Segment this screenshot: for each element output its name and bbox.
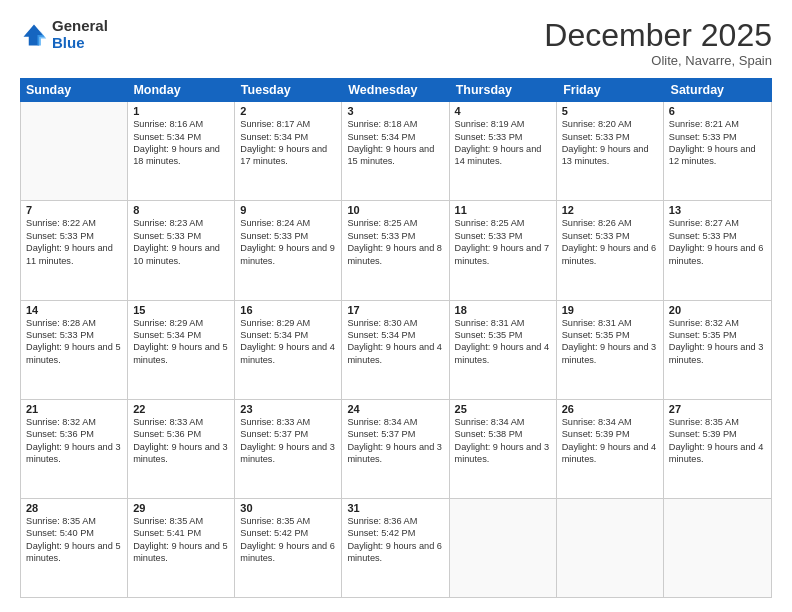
sunset-text: Sunset: 5:34 PM [133,131,229,143]
daylight-text: Daylight: 9 hours and 6 minutes. [669,242,766,267]
daylight-text: Daylight: 9 hours and 5 minutes. [26,540,122,565]
header-monday: Monday [127,78,234,102]
daylight-text: Daylight: 9 hours and 7 minutes. [455,242,551,267]
day-number: 7 [26,204,122,216]
header: General Blue December 2025 Olite, Navarr… [20,18,772,68]
calendar-cell-r4c5 [557,499,664,597]
sunrise-text: Sunrise: 8:33 AM [240,416,336,428]
calendar-cell-r2c4: 18Sunrise: 8:31 AMSunset: 5:35 PMDayligh… [450,301,557,399]
day-number: 9 [240,204,336,216]
calendar-cell-r2c2: 16Sunrise: 8:29 AMSunset: 5:34 PMDayligh… [235,301,342,399]
sunset-text: Sunset: 5:33 PM [669,230,766,242]
calendar-row-0: 1Sunrise: 8:16 AMSunset: 5:34 PMDaylight… [21,102,771,201]
sunset-text: Sunset: 5:33 PM [669,131,766,143]
sunset-text: Sunset: 5:33 PM [133,230,229,242]
day-number: 3 [347,105,443,117]
day-number: 23 [240,403,336,415]
daylight-text: Daylight: 9 hours and 6 minutes. [562,242,658,267]
daylight-text: Daylight: 9 hours and 15 minutes. [347,143,443,168]
sunset-text: Sunset: 5:33 PM [26,230,122,242]
day-number: 18 [455,304,551,316]
day-number: 22 [133,403,229,415]
sunrise-text: Sunrise: 8:19 AM [455,118,551,130]
header-tuesday: Tuesday [235,78,342,102]
sunrise-text: Sunrise: 8:22 AM [26,217,122,229]
daylight-text: Daylight: 9 hours and 8 minutes. [347,242,443,267]
day-number: 12 [562,204,658,216]
day-number: 13 [669,204,766,216]
sunset-text: Sunset: 5:36 PM [26,428,122,440]
calendar-row-4: 28Sunrise: 8:35 AMSunset: 5:40 PMDayligh… [21,499,771,597]
sunset-text: Sunset: 5:35 PM [455,329,551,341]
sunset-text: Sunset: 5:35 PM [669,329,766,341]
day-number: 4 [455,105,551,117]
calendar-cell-r3c4: 25Sunrise: 8:34 AMSunset: 5:38 PMDayligh… [450,400,557,498]
daylight-text: Daylight: 9 hours and 4 minutes. [240,341,336,366]
sunset-text: Sunset: 5:33 PM [240,230,336,242]
calendar-cell-r0c3: 3Sunrise: 8:18 AMSunset: 5:34 PMDaylight… [342,102,449,200]
sunset-text: Sunset: 5:40 PM [26,527,122,539]
day-number: 21 [26,403,122,415]
day-number: 31 [347,502,443,514]
daylight-text: Daylight: 9 hours and 5 minutes. [133,540,229,565]
daylight-text: Daylight: 9 hours and 9 minutes. [240,242,336,267]
daylight-text: Daylight: 9 hours and 5 minutes. [26,341,122,366]
page: General Blue December 2025 Olite, Navarr… [0,0,792,612]
day-number: 15 [133,304,229,316]
sunset-text: Sunset: 5:39 PM [562,428,658,440]
calendar-cell-r4c6 [664,499,771,597]
calendar-cell-r4c4 [450,499,557,597]
calendar-cell-r0c4: 4Sunrise: 8:19 AMSunset: 5:33 PMDaylight… [450,102,557,200]
day-number: 17 [347,304,443,316]
sunset-text: Sunset: 5:34 PM [240,329,336,341]
calendar-cell-r2c3: 17Sunrise: 8:30 AMSunset: 5:34 PMDayligh… [342,301,449,399]
sunset-text: Sunset: 5:34 PM [240,131,336,143]
day-number: 26 [562,403,658,415]
calendar-cell-r2c0: 14Sunrise: 8:28 AMSunset: 5:33 PMDayligh… [21,301,128,399]
calendar-cell-r3c6: 27Sunrise: 8:35 AMSunset: 5:39 PMDayligh… [664,400,771,498]
sunrise-text: Sunrise: 8:18 AM [347,118,443,130]
daylight-text: Daylight: 9 hours and 18 minutes. [133,143,229,168]
calendar-cell-r1c4: 11Sunrise: 8:25 AMSunset: 5:33 PMDayligh… [450,201,557,299]
calendar-row-1: 7Sunrise: 8:22 AMSunset: 5:33 PMDaylight… [21,201,771,300]
daylight-text: Daylight: 9 hours and 3 minutes. [347,441,443,466]
sunset-text: Sunset: 5:37 PM [347,428,443,440]
sunrise-text: Sunrise: 8:25 AM [455,217,551,229]
daylight-text: Daylight: 9 hours and 6 minutes. [240,540,336,565]
sunrise-text: Sunrise: 8:24 AM [240,217,336,229]
daylight-text: Daylight: 9 hours and 4 minutes. [562,441,658,466]
calendar-cell-r3c0: 21Sunrise: 8:32 AMSunset: 5:36 PMDayligh… [21,400,128,498]
calendar-cell-r4c1: 29Sunrise: 8:35 AMSunset: 5:41 PMDayligh… [128,499,235,597]
sunset-text: Sunset: 5:34 PM [347,329,443,341]
sunrise-text: Sunrise: 8:35 AM [133,515,229,527]
sunrise-text: Sunrise: 8:26 AM [562,217,658,229]
calendar-cell-r0c6: 6Sunrise: 8:21 AMSunset: 5:33 PMDaylight… [664,102,771,200]
sunrise-text: Sunrise: 8:33 AM [133,416,229,428]
daylight-text: Daylight: 9 hours and 3 minutes. [240,441,336,466]
calendar-cell-r3c5: 26Sunrise: 8:34 AMSunset: 5:39 PMDayligh… [557,400,664,498]
calendar-cell-r0c0 [21,102,128,200]
calendar-cell-r1c5: 12Sunrise: 8:26 AMSunset: 5:33 PMDayligh… [557,201,664,299]
daylight-text: Daylight: 9 hours and 3 minutes. [669,341,766,366]
day-number: 1 [133,105,229,117]
sunrise-text: Sunrise: 8:16 AM [133,118,229,130]
day-number: 24 [347,403,443,415]
sunset-text: Sunset: 5:33 PM [26,329,122,341]
subtitle: Olite, Navarre, Spain [544,53,772,68]
calendar-cell-r0c2: 2Sunrise: 8:17 AMSunset: 5:34 PMDaylight… [235,102,342,200]
calendar-cell-r2c6: 20Sunrise: 8:32 AMSunset: 5:35 PMDayligh… [664,301,771,399]
calendar-cell-r4c2: 30Sunrise: 8:35 AMSunset: 5:42 PMDayligh… [235,499,342,597]
sunrise-text: Sunrise: 8:21 AM [669,118,766,130]
logo-icon [20,21,48,49]
calendar-row-2: 14Sunrise: 8:28 AMSunset: 5:33 PMDayligh… [21,301,771,400]
sunrise-text: Sunrise: 8:25 AM [347,217,443,229]
day-number: 19 [562,304,658,316]
sunrise-text: Sunrise: 8:32 AM [669,317,766,329]
sunrise-text: Sunrise: 8:27 AM [669,217,766,229]
sunrise-text: Sunrise: 8:30 AM [347,317,443,329]
daylight-text: Daylight: 9 hours and 5 minutes. [133,341,229,366]
daylight-text: Daylight: 9 hours and 3 minutes. [133,441,229,466]
sunrise-text: Sunrise: 8:34 AM [347,416,443,428]
day-number: 16 [240,304,336,316]
sunset-text: Sunset: 5:34 PM [347,131,443,143]
